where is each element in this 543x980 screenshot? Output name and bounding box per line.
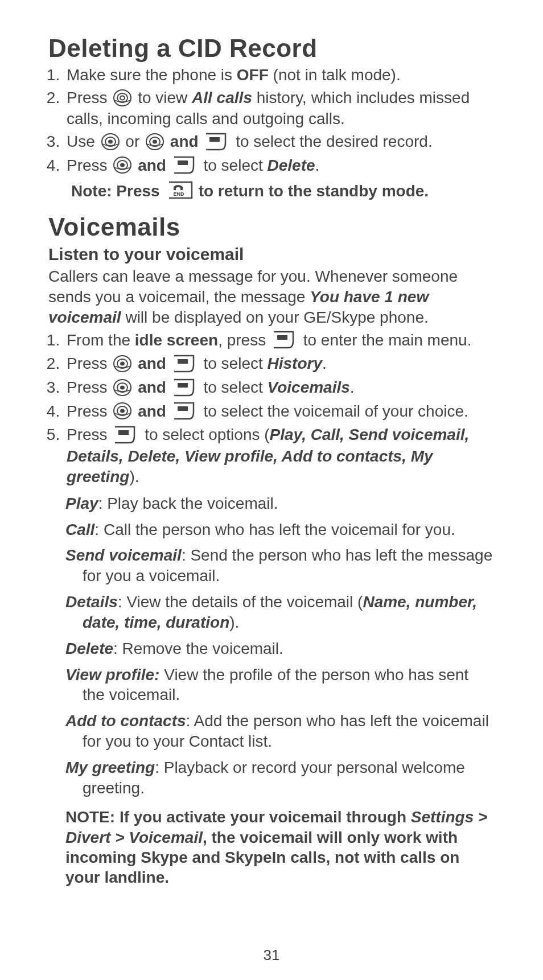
softkey-icon [204,131,230,152]
text: ). [229,613,239,631]
text: to return to the standby mode. [199,182,429,200]
option-delete: Delete: Remove the voicemail. [48,639,495,659]
label: My greeting [65,759,155,776]
svg-point-8 [153,139,157,143]
nav-button-icon [113,378,132,397]
text: and [133,378,170,396]
text: Press [67,426,112,443]
nav-button-icon [145,133,164,151]
softkey-icon [172,155,198,175]
text: to select [199,355,268,372]
deleting-steps: Make sure the phone is OFF (not in talk … [48,65,495,176]
svg-point-12 [120,163,125,167]
page-number: 31 [0,946,543,964]
text-voicemails: Voicemails [268,378,350,396]
softkey-icon [113,425,139,445]
text: , press [218,331,270,349]
svg-rect-9 [209,137,220,142]
label: Send voicemail [65,546,182,564]
svg-text:END: END [173,191,184,197]
text: and [133,355,170,372]
svg-rect-27 [178,406,188,411]
text: to select [199,157,268,174]
vm-step-3: Press and to select Voicemails. [64,377,495,399]
label: View profile: [65,666,159,683]
text: NOTE: If you activate your voicemail thr… [65,808,411,826]
voicemail-steps: From the idle screen, press to enter the… [48,330,495,488]
text: . [322,355,327,372]
section-title-deleting: Deleting a CID Record [48,34,495,63]
text: : Remove the voicemail. [113,640,283,657]
softkey-icon [172,353,198,374]
text: will be displayed on your GE/Skype phone… [121,308,429,326]
svg-rect-15 [277,335,287,340]
note-standby: Note: Press END to return to the standby… [48,181,495,201]
nav-button-icon [113,402,132,420]
text: . [350,378,355,396]
text: to select options ( [140,426,269,443]
text: and [166,133,203,150]
text-delete: Delete [268,157,315,174]
option-my-greeting: My greeting: Playback or record your per… [48,757,495,798]
vm-step-4: Press and to select the voicemail of you… [64,401,495,423]
text: or [121,133,144,150]
text: to view [133,89,192,106]
text-idle: idle screen [135,331,218,349]
option-add-to-contacts: Add to contacts: Add the person who has … [48,711,495,752]
softkey-icon [172,401,198,421]
svg-point-26 [120,409,125,413]
end-key-icon: END [163,180,195,200]
nav-button-icon [113,89,132,107]
text: From the [67,331,135,349]
step-3: Use or and to select the desired record. [64,131,495,153]
option-view-profile: View profile: View the profile of the pe… [48,665,495,706]
note-voicemail-settings: NOTE: If you activate your voicemail thr… [48,807,495,887]
text: : Play back the voicemail. [98,495,278,512]
text: Press [67,89,112,106]
text: (not in talk mode). [269,66,401,84]
nav-button-icon [113,355,132,373]
option-send-voicemail: Send voicemail: Send the person who has … [48,545,495,586]
vm-step-5: Press to select options (Play, Call, Sen… [64,425,495,487]
vm-step-2: Press and to select History. [64,353,495,375]
text: to select [199,378,268,396]
text: and [133,402,170,420]
label: Delete [65,640,113,657]
text: Note: Press [71,182,160,200]
text-history: History [268,355,322,372]
text: to select the voicemail of your choice. [199,402,468,420]
text: Press [67,402,112,420]
label: Details [65,593,118,611]
svg-rect-28 [118,430,129,435]
text: and [133,157,170,174]
option-call: Call: Call the person who has left the v… [48,520,495,540]
intro-paragraph: Callers can leave a message for you. Whe… [48,266,495,327]
text: Press [67,378,112,396]
text-off: OFF [237,66,269,84]
manual-page: Deleting a CID Record Make sure the phon… [0,0,543,980]
svg-point-2 [120,96,125,100]
vm-step-1: From the idle screen, press to enter the… [64,330,495,352]
softkey-icon [172,377,198,398]
softkey-icon [272,330,298,350]
step-1: Make sure the phone is OFF (not in talk … [64,65,495,85]
text: Press [67,355,112,372]
text: Use [67,133,100,150]
section-title-voicemails: Voicemails [48,213,495,241]
text: to select the desired record. [231,133,432,150]
text: : View the details of the voicemail ( [118,593,363,611]
option-details: Details: View the details of the voicema… [48,592,495,633]
svg-point-22 [120,385,125,389]
svg-point-1 [117,93,127,102]
nav-button-icon [113,156,132,174]
step-2: Press to view All calls history, which i… [64,88,495,129]
text: Press [67,157,112,174]
text-allcalls: All calls [192,89,252,106]
option-play: Play: Play back the voicemail. [48,493,495,514]
label: Play [65,495,98,512]
svg-point-0 [114,90,131,106]
step-4: Press and to select Delete. [64,155,495,177]
svg-rect-19 [178,359,188,364]
label: Call [65,521,94,538]
svg-point-5 [108,139,113,143]
